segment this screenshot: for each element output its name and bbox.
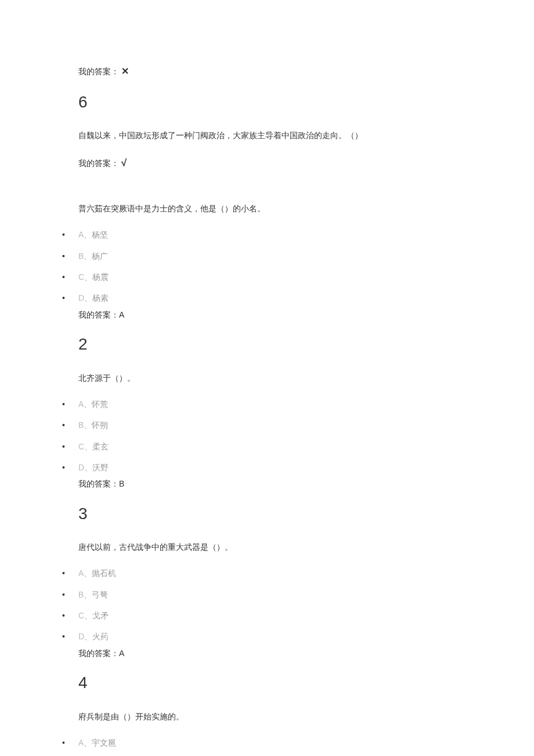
question-text-3b: 唐代以前，古代战争中的重大武器是（）。 bbox=[78, 538, 534, 556]
option-sep: 、 bbox=[84, 230, 92, 239]
question-number-4b: 4 bbox=[78, 670, 534, 696]
option-letter: A bbox=[78, 738, 84, 747]
option-text: 抛石机 bbox=[92, 568, 116, 578]
answer-line-3b: 我的答案：A bbox=[78, 647, 534, 660]
answer-line-q5: 我的答案：✕ bbox=[78, 64, 534, 79]
question-number-2b: 2 bbox=[78, 332, 534, 358]
option-sep: 、 bbox=[84, 399, 92, 409]
option-letter: A bbox=[78, 568, 84, 578]
option-sep: 、 bbox=[84, 568, 92, 578]
answer-label: 我的答案： bbox=[78, 310, 119, 319]
option-text: 戈矛 bbox=[92, 611, 109, 620]
question-text-1b: 普六茹在突厥语中是力士的含义，他是（）的小名。 bbox=[78, 200, 534, 218]
list-item: C、柔玄 bbox=[49, 440, 534, 453]
answer-label: 我的答案： bbox=[78, 649, 119, 658]
list-item: A、怀荒 bbox=[49, 398, 534, 411]
list-item: B、杨广 bbox=[49, 250, 534, 262]
option-sep: 、 bbox=[84, 293, 92, 303]
option-letter: C bbox=[78, 272, 84, 282]
option-text: 怀荒 bbox=[92, 399, 108, 409]
option-text: 沃野 bbox=[92, 463, 109, 472]
option-letter: B bbox=[78, 251, 84, 261]
question-number-6: 6 bbox=[78, 89, 534, 116]
list-item: D、火药 我的答案：A bbox=[49, 630, 534, 660]
option-letter: D bbox=[78, 293, 84, 303]
question-text-6: 自魏以来，中国政坛形成了一种门阀政治，大家族主导着中国政治的走向。（） bbox=[78, 127, 534, 145]
list-item: A、杨坚 bbox=[49, 228, 534, 241]
list-item: D、杨素 我的答案：A bbox=[49, 291, 534, 321]
option-letter: D bbox=[78, 463, 84, 472]
option-letter: A bbox=[78, 399, 84, 409]
question-text-4b: 府兵制是由（）开始实施的。 bbox=[78, 708, 534, 726]
answer-value: B bbox=[119, 479, 124, 488]
answer-label: 我的答案： bbox=[78, 159, 119, 168]
option-text: 杨素 bbox=[92, 293, 109, 303]
list-item: B、弓弩 bbox=[49, 588, 534, 601]
option-text: 柔玄 bbox=[92, 442, 109, 451]
option-text: 火药 bbox=[92, 632, 109, 641]
options-list-1b: A、杨坚 B、杨广 C、杨震 D、杨素 我的答案：A bbox=[49, 228, 534, 321]
option-text: 杨震 bbox=[92, 272, 109, 282]
question-number-3b: 3 bbox=[78, 501, 534, 527]
answer-label: 我的答案： bbox=[78, 67, 119, 76]
option-sep: 、 bbox=[84, 420, 92, 430]
option-text: 宇文邕 bbox=[92, 738, 116, 747]
check-icon: √ bbox=[121, 157, 127, 168]
answer-value: A bbox=[119, 310, 124, 319]
list-item: A、宇文邕 bbox=[49, 736, 534, 749]
option-letter: B bbox=[78, 590, 84, 599]
answer-line-1b: 我的答案：A bbox=[78, 308, 534, 321]
option-letter: C bbox=[78, 611, 84, 620]
option-text: 杨坚 bbox=[92, 230, 108, 239]
answer-label: 我的答案： bbox=[78, 479, 119, 488]
list-item: A、抛石机 bbox=[49, 567, 534, 579]
options-list-3b: A、抛石机 B、弓弩 C、戈矛 D、火药 我的答案：A bbox=[49, 567, 534, 660]
option-sep: 、 bbox=[84, 590, 92, 599]
answer-value: A bbox=[119, 649, 124, 658]
option-letter: A bbox=[78, 230, 84, 239]
list-item: D、沃野 我的答案：B bbox=[49, 461, 534, 491]
option-sep: 、 bbox=[84, 272, 92, 282]
option-sep: 、 bbox=[84, 251, 92, 261]
options-list-4b: A、宇文邕 B、隋文帝 bbox=[49, 736, 534, 756]
answer-line-2b: 我的答案：B bbox=[78, 477, 534, 490]
option-sep: 、 bbox=[84, 611, 92, 620]
list-item: C、戈矛 bbox=[49, 609, 534, 622]
option-letter: D bbox=[78, 632, 84, 641]
cross-icon: ✕ bbox=[121, 66, 129, 76]
option-text: 弓弩 bbox=[92, 590, 108, 599]
question-text-2b: 北齐源于（）。 bbox=[78, 369, 534, 387]
list-item: B、怀朔 bbox=[49, 419, 534, 431]
document-content: 我的答案：✕ 6 自魏以来，中国政坛形成了一种门阀政治，大家族主导着中国政治的走… bbox=[0, 64, 534, 756]
options-list-2b: A、怀荒 B、怀朔 C、柔玄 D、沃野 我的答案：B bbox=[49, 398, 534, 491]
option-text: 怀朔 bbox=[92, 420, 108, 430]
option-letter: C bbox=[78, 442, 84, 451]
answer-line-q6: 我的答案：√ bbox=[78, 155, 534, 171]
option-text: 杨广 bbox=[92, 251, 108, 261]
option-sep: 、 bbox=[84, 463, 92, 472]
option-sep: 、 bbox=[84, 632, 92, 641]
list-item: C、杨震 bbox=[49, 271, 534, 283]
option-sep: 、 bbox=[84, 738, 92, 747]
option-sep: 、 bbox=[84, 442, 92, 451]
option-letter: B bbox=[78, 420, 84, 430]
